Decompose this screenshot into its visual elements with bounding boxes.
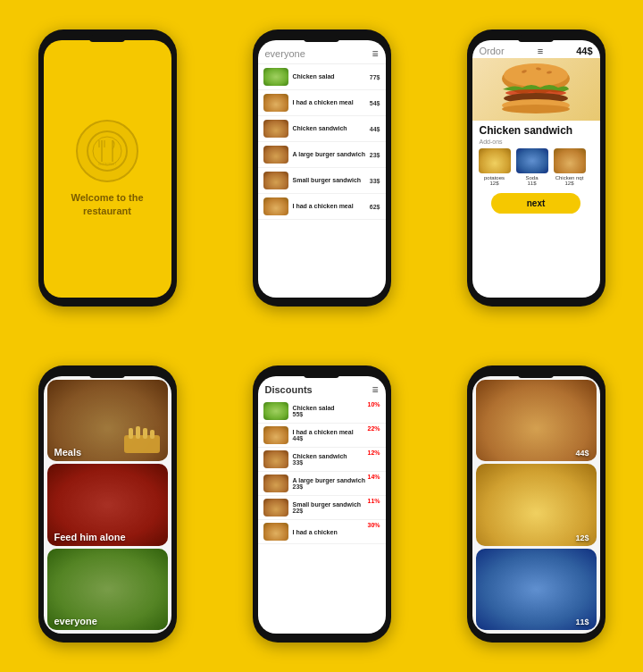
item-price: 33$ (370, 178, 380, 184)
discount-badge: 12% (367, 449, 380, 456)
addons-list: potatoes 12$ Soda 11$ Chicken nqt 12$ (472, 148, 600, 186)
addon-chicken[interactable]: Chicken nqt 12$ (553, 148, 587, 186)
item-price: 44$ (370, 126, 380, 132)
discount-item-image (263, 426, 288, 444)
discount-item[interactable]: Chicken salad 55$ 10% (258, 399, 386, 424)
item-image (263, 172, 288, 189)
svg-point-8 (504, 63, 568, 87)
discounts-list: Chicken salad 55$ 10% I had a chicken me… (258, 399, 386, 544)
meals-category[interactable]: Meals (47, 380, 168, 461)
discount-item-image (263, 499, 288, 517)
discount-item-image (263, 475, 288, 492)
fries-item-price: 12$ (575, 533, 589, 542)
discount-badge: 22% (367, 425, 380, 432)
soda-item-price: 11$ (575, 617, 589, 626)
item-name: Small burger sandwich (293, 177, 370, 184)
item-name: I had a chicken meal (293, 203, 370, 210)
addons-label: Add-ons (472, 139, 600, 148)
list-item[interactable]: I had a chicken meal 62$ (258, 194, 386, 220)
discount-item-info: I had a chicken (293, 529, 380, 535)
discount-item[interactable]: A large burger sandwich 23$ 14% (258, 472, 386, 496)
discounts-header: Discounts ≡ (258, 376, 386, 399)
burger-item-price: 44$ (575, 449, 589, 458)
discount-item-name: I had a chicken (293, 529, 380, 535)
next-button[interactable]: next (491, 193, 581, 214)
phone-1-welcome: RESTAURANT Welcome to the restaurant (0, 0, 214, 336)
phone-4-categories: Meals Feed him alone everyone (0, 336, 214, 672)
order-price: 44$ (576, 46, 592, 56)
order-screen: Ordor ≡ 44$ (472, 40, 600, 298)
phone-6-items: 44$ 12$ 11$ (429, 336, 643, 672)
svg-point-1 (93, 137, 121, 165)
discount-item[interactable]: I had a chicken 30% (258, 520, 386, 544)
item-name: I had a chicken meal (293, 99, 370, 106)
phone-notch (304, 35, 339, 42)
item-price: 77$ (370, 74, 380, 80)
discount-item[interactable]: Small burger sandwich 22$ 11% (258, 496, 386, 520)
phone-5-discounts: Discounts ≡ Chicken salad 55$ 10% I had … (214, 336, 429, 672)
everyone-category[interactable]: everyone (47, 549, 168, 630)
discount-item[interactable]: I had a chicken meal 44$ 22% (258, 424, 386, 448)
soda-image (516, 148, 548, 173)
item-info: Chicken salad (293, 73, 370, 80)
soda-item[interactable]: 11$ (476, 549, 597, 630)
item-name: A large burger sandwich (293, 151, 370, 158)
svg-text:RESTAURANT: RESTAURANT (98, 163, 116, 166)
order-title: Ordor (480, 46, 505, 56)
item-price: 23$ (370, 152, 380, 158)
item-image (263, 68, 288, 86)
discount-badge: 14% (367, 474, 380, 480)
item-name: Chicken sandwich (472, 121, 600, 139)
svg-rect-19 (143, 428, 147, 439)
list-title: everyone (265, 48, 305, 59)
everyone-screen: everyone ≡ Chicken salad 77$ I had a chi… (258, 40, 386, 298)
item-info: I had a chicken meal (293, 203, 370, 210)
item-price: 62$ (370, 204, 380, 210)
discounts-menu-icon[interactable]: ≡ (372, 383, 378, 396)
meals-label: Meals (47, 443, 89, 461)
discount-item-price: 55$ (293, 411, 380, 417)
feed-him-category[interactable]: Feed him alone (47, 464, 168, 545)
phone-3-order: Ordor ≡ 44$ (429, 0, 643, 336)
list-item[interactable]: Small burger sandwich 33$ (258, 168, 386, 194)
item-info: A large burger sandwich (293, 151, 370, 158)
discount-badge: 10% (367, 401, 380, 407)
chicken-price: 12$ (564, 181, 573, 186)
phone-notch (518, 371, 554, 378)
welcome-text: Welcome to the restaurant (71, 191, 143, 219)
list-item[interactable]: Chicken salad 77$ (258, 64, 386, 90)
food-list: Chicken salad 77$ I had a chicken meal 5… (258, 64, 386, 298)
fries-item[interactable]: 12$ (476, 464, 597, 545)
phone-notch (518, 35, 554, 42)
fries-price: 12$ (489, 181, 498, 186)
addon-fries[interactable]: potatoes 12$ (478, 148, 512, 186)
phone-2-list: everyone ≡ Chicken salad 77$ I had a chi… (214, 0, 429, 336)
svg-point-15 (502, 105, 570, 113)
item-image (263, 197, 288, 215)
item-image (263, 146, 288, 164)
discount-item-image (263, 523, 288, 541)
phone-notch (304, 371, 339, 378)
item-info: I had a chicken meal (293, 99, 370, 106)
discount-item-price: 44$ (293, 435, 380, 441)
item-price: 54$ (370, 100, 380, 106)
soda-price: 11$ (527, 181, 536, 186)
addon-soda[interactable]: Soda 11$ (515, 148, 549, 186)
discount-item[interactable]: Chicken sandwich 33$ 12% (258, 448, 386, 472)
menu-icon[interactable]: ≡ (372, 47, 378, 60)
list-item[interactable]: A large burger sandwich 23$ (258, 142, 386, 168)
order-header: Ordor ≡ 44$ (472, 40, 600, 58)
list-header: everyone ≡ (258, 40, 386, 64)
everyone-label: everyone (47, 612, 104, 630)
discount-item-image (263, 450, 288, 468)
categories-screen: Meals Feed him alone everyone (44, 376, 171, 634)
burger-item[interactable]: 44$ (476, 380, 597, 461)
order-menu-icon[interactable]: ≡ (538, 46, 543, 56)
restaurant-logo: RESTAURANT (76, 120, 138, 182)
discount-badge: 11% (367, 498, 380, 504)
list-item[interactable]: I had a chicken meal 54$ (258, 90, 386, 116)
item-image (263, 94, 288, 112)
item-info: Small burger sandwich (293, 177, 370, 184)
list-item[interactable]: Chicken sandwich 44$ (258, 116, 386, 142)
item-name: Chicken sandwich (293, 125, 370, 132)
